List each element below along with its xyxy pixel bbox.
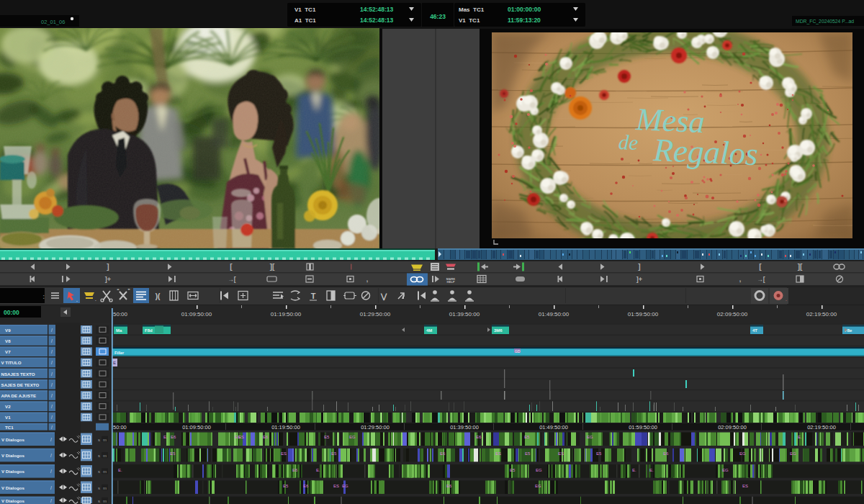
svg-text:EG: EG: [536, 468, 542, 472]
svg-text:V TITULO: V TITULO: [1, 360, 22, 365]
svg-text:01:29:50:00: 01:29:50:00: [360, 311, 391, 318]
svg-text:E5: E5: [170, 451, 176, 456]
svg-text:4T: 4T: [752, 328, 757, 333]
svg-text:E6: E6: [263, 435, 269, 439]
svg-text::: :: [42, 294, 45, 301]
svg-text:/: /: [51, 349, 53, 354]
svg-text:s: s: [98, 454, 100, 458]
svg-text:][: ][: [270, 263, 275, 271]
svg-text:01:19:50:00: 01:19:50:00: [271, 424, 300, 431]
svg-text:E6: E6: [440, 451, 446, 456]
svg-text:V2: V2: [5, 404, 11, 409]
svg-text:E5: E5: [331, 451, 337, 456]
svg-text:/: /: [51, 338, 53, 343]
svg-text:GD: GD: [515, 349, 521, 354]
svg-text:02:19:50:00: 02:19:50:00: [806, 311, 837, 318]
svg-text:11:59:13:20: 11:59:13:20: [508, 17, 541, 24]
svg-text:”: ”: [127, 288, 130, 293]
svg-text:E.: E.: [316, 468, 320, 472]
svg-text:EG: EG: [739, 451, 746, 456]
svg-text:E6: E6: [171, 435, 176, 439]
svg-text:]: ]: [107, 263, 109, 271]
svg-text:/: /: [50, 437, 52, 442]
svg-text:Mas TC1: Mas TC1: [459, 6, 485, 13]
svg-text:EG: EG: [235, 435, 241, 439]
svg-text:EG: EG: [349, 435, 356, 439]
svg-text:01:49:50:00: 01:49:50:00: [539, 424, 568, 431]
svg-text:/: /: [51, 372, 53, 377]
svg-text:s: s: [98, 499, 100, 503]
svg-text:EG: EG: [342, 484, 348, 488]
svg-text:14:52:48:13: 14:52:48:13: [360, 6, 394, 13]
svg-text:/: /: [51, 393, 53, 398]
svg-text:01:59:50:00: 01:59:50:00: [629, 424, 657, 431]
svg-text:/: /: [50, 485, 52, 490]
svg-text:Filler: Filler: [114, 351, 125, 355]
svg-text:46:23: 46:23: [430, 13, 446, 20]
svg-text:02:19:50:00: 02:19:50:00: [807, 424, 836, 431]
svg-text:01:00:00:00: 01:00:00:00: [508, 6, 541, 13]
svg-text:/: /: [51, 415, 53, 420]
svg-text:Regalos: Regalos: [652, 132, 759, 172]
svg-text:de: de: [618, 130, 639, 154]
svg-text:V1 TC1: V1 TC1: [459, 17, 480, 24]
svg-text:ES: ES: [495, 451, 501, 456]
svg-text:s: s: [98, 486, 100, 490]
svg-text:]+: ]+: [636, 276, 642, 283]
svg-text:F8d: F8d: [145, 328, 153, 333]
svg-text:s: s: [98, 469, 100, 474]
svg-text:A1 TC1: A1 TC1: [294, 17, 316, 24]
svg-text:.: .: [76, 297, 78, 303]
svg-text:E6: E6: [303, 484, 309, 488]
svg-text:/: /: [50, 453, 52, 458]
svg-text:E6: E6: [446, 484, 452, 488]
svg-text:m: m: [103, 454, 107, 458]
svg-text:E5: E5: [283, 484, 289, 488]
svg-text:E.: E.: [649, 468, 654, 472]
svg-text:EG: EG: [587, 435, 593, 439]
svg-text:E: E: [113, 361, 116, 365]
svg-text:ES: ES: [742, 484, 748, 488]
svg-text:V1 TC1: V1 TC1: [294, 6, 316, 13]
svg-text:02:09:50:00: 02:09:50:00: [717, 311, 748, 318]
svg-text:V8: V8: [5, 338, 11, 343]
svg-text:V1: V1: [5, 415, 11, 420]
svg-text:SAJES DE TEXTO: SAJES DE TEXTO: [1, 382, 40, 387]
svg-text:/: /: [51, 328, 53, 333]
svg-text:E6: E6: [476, 435, 482, 439]
svg-text:E5: E5: [510, 468, 516, 472]
svg-text:01:19:50:00: 01:19:50:00: [271, 311, 302, 318]
svg-text:V Dialogos: V Dialogos: [1, 453, 25, 458]
svg-text:APA DE AJUSTE: APA DE AJUSTE: [1, 393, 37, 398]
svg-text:m: m: [103, 438, 107, 442]
svg-text:/: /: [51, 425, 53, 430]
svg-text:01:49:50:00: 01:49:50:00: [539, 311, 570, 318]
svg-text:50:00: 50:00: [113, 424, 127, 431]
svg-text:V Dialogos: V Dialogos: [1, 498, 25, 503]
svg-text:⋁: ⋁: [380, 292, 387, 301]
svg-text:01:29:50:00: 01:29:50:00: [361, 424, 390, 431]
svg-text:.: .: [786, 297, 787, 302]
svg-text:/: /: [50, 469, 52, 474]
svg-text:TC1: TC1: [5, 425, 14, 430]
svg-text:3M6: 3M6: [494, 328, 503, 333]
svg-text:V Dialogos: V Dialogos: [1, 437, 25, 442]
svg-text:MDR_FC_20240524 P...ad: MDR_FC_20240524 P...ad: [796, 19, 854, 24]
svg-text:V9: V9: [5, 328, 11, 333]
svg-text:EG: EG: [722, 468, 729, 472]
svg-text:02:09:50:00: 02:09:50:00: [718, 424, 747, 431]
svg-text:14:52:48:13: 14:52:48:13: [360, 17, 394, 24]
svg-text:]+: ]+: [105, 276, 111, 283]
svg-text:/: /: [51, 404, 53, 409]
svg-text:]: ]: [638, 263, 640, 271]
svg-text:E6: E6: [663, 451, 669, 456]
svg-text:01:09:50:00: 01:09:50:00: [181, 311, 212, 318]
svg-text:01:39:50:00: 01:39:50:00: [449, 311, 480, 318]
svg-text:/: /: [51, 382, 53, 387]
svg-text:,: ,: [739, 276, 742, 283]
svg-text:T: T: [311, 292, 316, 300]
svg-text:][: ][: [798, 263, 803, 271]
svg-text:E.: E.: [118, 468, 122, 472]
svg-text:V7: V7: [5, 349, 11, 354]
svg-text:ES: ES: [281, 451, 287, 456]
